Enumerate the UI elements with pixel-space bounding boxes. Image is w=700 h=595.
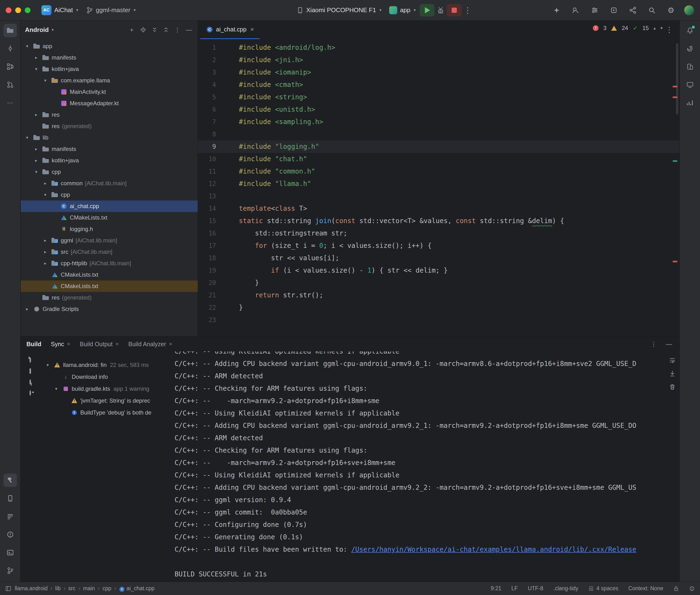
structure-tool-button[interactable]	[4, 60, 17, 73]
run-button[interactable]	[420, 4, 435, 17]
chevron-down-icon[interactable]: ▾	[33, 66, 40, 72]
file-encoding[interactable]: UTF-8	[528, 585, 543, 592]
vcs-branch-selector[interactable]: ggml-master ▾	[82, 3, 140, 18]
build-console[interactable]: C/C++: -- Using KleidiAI optimized kerne…	[170, 351, 679, 582]
tree-item-com-example-llama[interactable]: ▾com.example.llama	[21, 75, 198, 86]
chevron-down-icon[interactable]: ▾	[42, 192, 49, 197]
chevron-right-icon[interactable]: ▸	[33, 112, 40, 117]
chevron-right-icon[interactable]: ▸	[33, 158, 40, 163]
settings-button[interactable]: ⚙	[665, 4, 677, 17]
stop-button[interactable]	[447, 4, 461, 17]
logcat-tool-button[interactable]	[4, 510, 17, 523]
code-line-7[interactable]: 7#include <sampling.h>	[198, 116, 679, 128]
build-tool-button[interactable]	[4, 474, 17, 487]
breadcrumb-main[interactable]: main	[83, 585, 95, 591]
tree-item-cpp[interactable]: ▾cpp	[21, 189, 198, 200]
display-options-button[interactable]	[589, 4, 601, 17]
build-tab-sync[interactable]: Sync×	[51, 341, 71, 348]
chevron-right-icon[interactable]: ▸	[42, 261, 49, 266]
tree-item-res[interactable]: res(generated)	[21, 292, 198, 303]
chevron-down-icon[interactable]: ▾	[33, 169, 40, 174]
soft-wrap-icon[interactable]	[669, 357, 676, 364]
code-tools-button[interactable]	[551, 4, 563, 17]
change-stripe-mark[interactable]	[673, 160, 677, 162]
build-tree-item-jvmtarget-string-is-deprec[interactable]: 'jvmTarget: String' is deprec	[40, 395, 170, 407]
chevron-down-icon[interactable]: ▾	[44, 362, 51, 368]
context-selector[interactable]: Context: None	[628, 585, 663, 592]
chevron-down-icon[interactable]: ▾	[24, 135, 31, 140]
code-line-12[interactable]: 12#include "llama.h"	[198, 178, 679, 190]
run-config-selector[interactable]: app ▾	[385, 3, 420, 18]
collapse-all-icon[interactable]	[162, 25, 171, 34]
breadcrumb-cpp[interactable]: cpp	[103, 585, 111, 591]
tree-item-app[interactable]: ▾app	[21, 40, 198, 52]
code-line-9[interactable]: 9#include "logging.h"	[198, 140, 679, 153]
chevron-down-icon[interactable]: ▾	[53, 386, 60, 391]
indent-config[interactable]: 4 spaces	[588, 585, 618, 592]
more-tools-button[interactable]: ⋯	[4, 96, 17, 110]
chevron-right-icon[interactable]: ▸	[24, 306, 31, 312]
chevron-down-icon[interactable]: ▾	[24, 44, 31, 49]
tree-item-common[interactable]: ▸common[AiChat.lib.main]	[21, 178, 198, 189]
breadcrumb-llama-android[interactable]: llama.android	[15, 585, 48, 591]
close-tab-icon[interactable]: ×	[115, 341, 119, 347]
code-line-17[interactable]: 17 for (size_t i = 0; i < values.size();…	[198, 239, 679, 252]
hide-build-panel-icon[interactable]: —	[665, 340, 674, 348]
tool-window-layout-icon[interactable]	[5, 586, 11, 592]
lock-button[interactable]	[673, 586, 679, 591]
pull-requests-tool-button[interactable]	[4, 78, 17, 91]
code-line-4[interactable]: 4#include <cmath>	[198, 79, 679, 91]
tree-item-gradle-scripts[interactable]: ▸Gradle Scripts	[21, 303, 198, 315]
gradle-tool-button[interactable]	[683, 42, 697, 55]
notifications-button[interactable]	[683, 24, 697, 37]
share-project-button[interactable]	[627, 4, 639, 17]
build-panel-options-icon[interactable]: ⋮	[649, 340, 658, 348]
version-control-tool-button[interactable]	[4, 564, 17, 577]
debug-button[interactable]	[435, 4, 447, 17]
tree-item-messageadapter-kt[interactable]: MessageAdapter.kt	[21, 97, 198, 109]
tree-item-res[interactable]: ▸res	[21, 109, 198, 120]
close-tab-icon[interactable]: ×	[169, 341, 172, 347]
debug-tools-button[interactable]	[608, 4, 620, 17]
clear-console-icon[interactable]	[669, 383, 676, 391]
pin-icon[interactable]	[30, 380, 31, 384]
profile-avatar[interactable]	[684, 5, 694, 16]
close-tab-icon[interactable]: ×	[250, 26, 254, 33]
code-line-6[interactable]: 6#include <unistd.h>	[198, 103, 679, 116]
tree-item-mainactivity-kt[interactable]: MainActivity.kt	[21, 86, 198, 97]
error-stripe-mark[interactable]	[673, 86, 677, 87]
tab-options-icon[interactable]: ⋮	[666, 25, 677, 34]
code-area[interactable]: 1#include <android/log.h>2#include <jni.…	[198, 39, 679, 326]
scroll-to-end-icon[interactable]	[669, 370, 676, 377]
close-tab-icon[interactable]: ×	[67, 341, 70, 347]
build-tree-item-llama-android-fin[interactable]: ▾llama.android: fin22 sec, 583 ms	[40, 359, 170, 371]
code-line-15[interactable]: 15static std::string join(const std::vec…	[198, 215, 679, 227]
tree-item-cpp[interactable]: ▾cpp	[21, 166, 198, 178]
error-stripe-mark[interactable]	[673, 261, 677, 262]
chevron-right-icon[interactable]: ▸	[42, 238, 49, 243]
problems-tool-button[interactable]	[4, 528, 17, 541]
project-tool-button[interactable]	[4, 24, 17, 37]
error-stripe-mark[interactable]	[673, 96, 677, 98]
code-line-10[interactable]: 10#include "chat.h"	[198, 153, 679, 165]
chevron-down-icon[interactable]: ▾	[42, 78, 49, 83]
build-tab-build-analyzer[interactable]: Build Analyzer×	[129, 341, 172, 348]
build-tree-item-download-info[interactable]: Download info	[40, 371, 170, 383]
chevron-right-icon[interactable]: ▸	[42, 249, 49, 255]
tree-item-cmakelists-txt[interactable]: CMakeLists.txt	[21, 269, 198, 281]
commit-tool-button[interactable]	[4, 42, 17, 55]
tree-item-manifests[interactable]: ▸manifests	[21, 143, 198, 155]
prev-problem-icon[interactable]: ▴	[653, 26, 656, 31]
build-tree-item-buildtype-debug-is-both-de[interactable]: BuildType 'debug' is both de	[40, 407, 170, 419]
cursor-position[interactable]: 9:21	[491, 585, 501, 592]
tree-item-cmakelists-txt[interactable]: CMakeLists.txt	[21, 281, 198, 292]
next-problem-icon[interactable]: ▾	[661, 26, 663, 31]
code-line-8[interactable]: 8	[198, 128, 679, 140]
code-line-16[interactable]: 16 std::ostringstream str;	[198, 227, 679, 239]
editor-tab-ai-chat-cpp[interactable]: ai_chat.cpp ×	[200, 21, 260, 39]
stop-build-icon[interactable]	[30, 369, 31, 373]
project-view-selector[interactable]: Android	[25, 26, 49, 34]
code-line-22[interactable]: 22}	[198, 302, 679, 314]
code-line-21[interactable]: 21 return str.str();	[198, 289, 679, 302]
build-output-path-link[interactable]: /Users/hanyin/Workspace/ai-chat/examples…	[351, 545, 636, 553]
